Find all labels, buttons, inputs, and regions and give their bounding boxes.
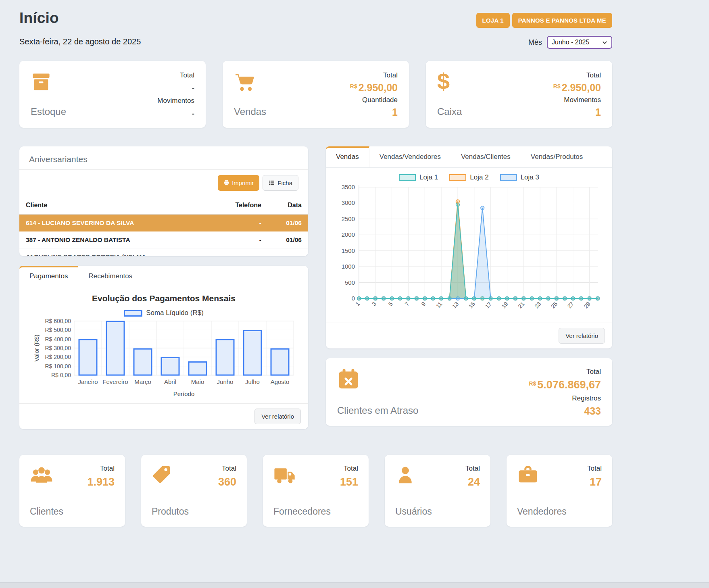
summary-card-clientes: Total 1.913 Clientes: [19, 455, 125, 527]
svg-text:19: 19: [500, 300, 509, 309]
svg-text:Janeiro: Janeiro: [78, 378, 98, 385]
summary-total-label: Total: [587, 465, 602, 473]
summary-card-label: Usuários: [395, 506, 480, 517]
summary-cards-row: Total 1.913 Clientes Total 360 Produtos: [19, 455, 612, 527]
stat-row-label: Total: [180, 71, 194, 79]
stat-cards-row: Estoque Total - Movimentos - Vendas Tota…: [19, 61, 612, 128]
svg-text:Julho: Julho: [245, 378, 260, 385]
legend-swatch-loja3: [500, 174, 517, 181]
payments-bar-chart: R$ 0,00R$ 100,00R$ 200,00R$ 300,00R$ 400…: [29, 318, 298, 400]
payments-tabs: Pagamentos Recebimentos: [19, 266, 308, 287]
table-row[interactable]: JAQUELINE SOARES CORREIA (NELMA: [19, 248, 308, 256]
svg-text:29: 29: [583, 300, 592, 309]
svg-text:R$ 300,00: R$ 300,00: [45, 345, 71, 351]
stat-card-label: Caixa: [437, 106, 462, 117]
stat-row-label: Movimentos: [157, 97, 194, 105]
cart-icon: [234, 71, 266, 92]
topbar-left: Início Sexta-feira, 22 de agosto de 2025: [19, 10, 141, 46]
tab-vendas-vendedores[interactable]: Vendas/Vendedores: [369, 146, 451, 167]
stat-row-value: R$2.950,00: [553, 83, 601, 93]
late-clients-label: Clientes em Atraso: [337, 405, 418, 416]
printer-icon: [223, 180, 229, 186]
store-button-loja1[interactable]: LOJA 1: [476, 13, 510, 28]
table-row[interactable]: 614 - LUCIANO SEVERINO DA SILVA - 01/06: [19, 215, 308, 231]
chevron-down-icon: [602, 41, 607, 44]
cell-cliente: 387 - ANTONIO ZENALDO BATISTA: [26, 236, 205, 244]
legend-swatch-soma-liquido: [124, 310, 142, 317]
summary-card-label: Clientes: [30, 506, 115, 517]
legend-label: Loja 2: [470, 173, 488, 181]
tag-icon: [152, 465, 173, 486]
stat-row-value: -: [192, 110, 194, 117]
summary-total-value: 151: [340, 476, 358, 488]
stat-row-label: Quantidade: [362, 96, 398, 104]
summary-total-label: Total: [87, 465, 115, 473]
summary-total-value: 24: [465, 476, 480, 488]
late-clients-registros-label: Registros: [572, 394, 601, 402]
svg-text:15: 15: [467, 300, 476, 309]
sales-line-chart: 0500100015002000250030003500135791113151…: [336, 182, 603, 319]
payments-report-button[interactable]: Ver relatório: [254, 409, 301, 424]
column-header-telefone: Telefone: [205, 202, 261, 209]
summary-total-label: Total: [218, 465, 236, 473]
summary-card-usuarios: Total 24 Usuários: [385, 455, 490, 527]
stat-row-value: 1: [595, 107, 601, 117]
cell-cliente: JAQUELINE SOARES CORREIA (NELMA: [26, 253, 205, 256]
summary-card-label: Vendedores: [517, 506, 602, 517]
late-clients-card: Clientes em Atraso Total R$5.076.869,67 …: [326, 358, 612, 426]
legend-label: Loja 3: [521, 173, 539, 181]
svg-text:3000: 3000: [342, 199, 355, 206]
legend-swatch-loja1: [399, 174, 416, 181]
table-row[interactable]: 387 - ANTONIO ZENALDO BATISTA - 01/06: [19, 231, 308, 248]
stat-row-label: Total: [586, 71, 601, 79]
summary-total-value: 17: [587, 476, 602, 488]
stat-row-value: -: [192, 84, 194, 92]
store-button-company[interactable]: PANNOS E PANNOS LTDA ME: [512, 13, 612, 28]
svg-text:2500: 2500: [342, 215, 355, 222]
svg-text:Agosto: Agosto: [271, 378, 290, 385]
late-clients-total-label: Total: [586, 368, 601, 376]
sales-chart-legend: Loja 1 Loja 2 Loja 3: [326, 173, 612, 181]
list-icon: [269, 180, 275, 186]
summary-card-label: Produtos: [152, 506, 236, 517]
stat-card-caixa: $ Caixa Total R$2.950,00 Movimentos 1: [426, 61, 612, 128]
svg-text:1500: 1500: [342, 247, 355, 254]
tab-vendas-clientes[interactable]: Vendas/Clientes: [451, 146, 521, 167]
svg-text:2000: 2000: [342, 231, 355, 238]
late-clients-registros-value: 433: [584, 406, 601, 416]
footer-strip: [0, 582, 709, 588]
summary-total-value: 1.913: [87, 476, 115, 488]
briefcase-icon: [517, 465, 539, 485]
column-header-data: Data: [261, 202, 302, 209]
sales-tabs: Vendas Vendas/Vendedores Vendas/Clientes…: [326, 146, 612, 168]
summary-total-value: 360: [218, 476, 236, 488]
calendar-x-icon: [337, 368, 418, 390]
stat-card-vendas: Vendas Total R$2.950,00 Quantidade 1: [223, 61, 409, 128]
tab-vendas[interactable]: Vendas: [326, 146, 369, 167]
month-select-value: Junho - 2025: [552, 39, 589, 46]
column-header-cliente: Cliente: [26, 202, 205, 209]
month-select[interactable]: Junho - 2025: [547, 36, 612, 49]
svg-text:Março: Março: [134, 378, 151, 385]
tab-pagamentos[interactable]: Pagamentos: [19, 266, 78, 287]
svg-text:9: 9: [420, 300, 427, 307]
tab-recebimentos[interactable]: Recebimentos: [78, 266, 142, 287]
box-icon: [31, 71, 66, 92]
tab-vendas-produtos[interactable]: Vendas/Produtos: [521, 146, 593, 167]
print-button[interactable]: Imprimir: [218, 175, 259, 191]
current-date: Sexta-feira, 22 de agosto de 2025: [19, 37, 141, 46]
svg-text:3500: 3500: [342, 183, 355, 190]
svg-text:Abril: Abril: [164, 378, 176, 385]
person-icon: [395, 465, 415, 486]
page-title: Início: [19, 10, 141, 27]
stat-card-estoque: Estoque Total - Movimentos -: [19, 61, 206, 128]
stat-row-label: Movimentos: [564, 96, 601, 104]
stat-row-value: 1: [392, 107, 398, 117]
ficha-button[interactable]: Ficha: [263, 175, 298, 191]
stat-row-label: Total: [383, 71, 398, 79]
cell-telefone: -: [205, 236, 261, 244]
svg-text:Período: Período: [173, 390, 195, 397]
legend-swatch-loja2: [449, 174, 466, 181]
store-buttons: LOJA 1 PANNOS E PANNOS LTDA ME: [476, 13, 612, 28]
sales-report-button[interactable]: Ver relatório: [559, 328, 605, 344]
